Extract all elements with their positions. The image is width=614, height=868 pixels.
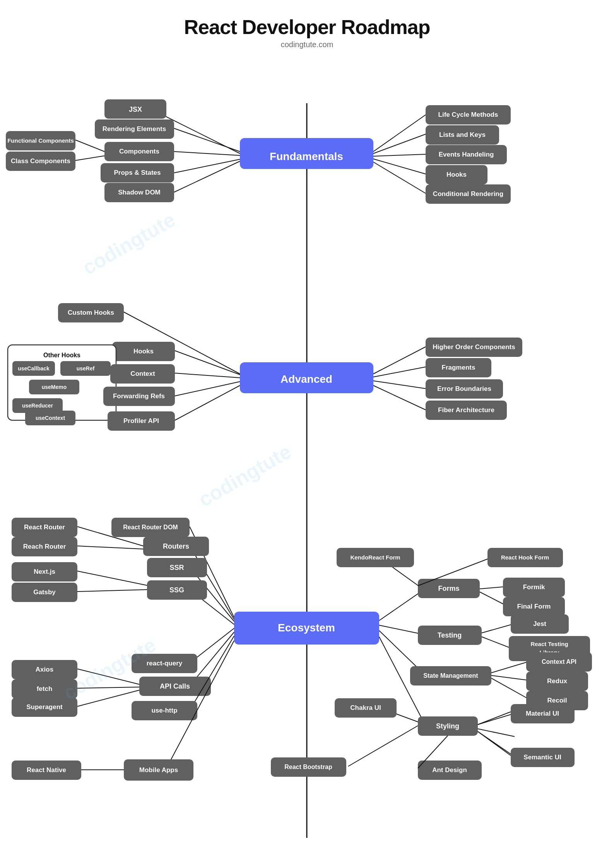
node-components: Components <box>104 142 174 161</box>
node-events-handling: Events Handeling <box>426 145 507 164</box>
svg-line-15 <box>75 156 104 160</box>
svg-text:Life Cycle Methods: Life Cycle Methods <box>438 111 498 118</box>
node-props-states: Props & States <box>101 163 174 182</box>
svg-text:useReducer: useReducer <box>22 402 53 409</box>
svg-text:Chakra UI: Chakra UI <box>350 704 381 711</box>
svg-line-27 <box>373 134 426 153</box>
svg-text:Superagent: Superagent <box>26 703 63 711</box>
svg-text:Profiler API: Profiler API <box>123 417 159 425</box>
node-lists-keys: Lists and Keys <box>426 125 499 145</box>
node-superagent: Superagent <box>12 697 77 717</box>
svg-text:React Router DOM: React Router DOM <box>123 524 178 530</box>
svg-text:Axios: Axios <box>36 666 53 673</box>
svg-text:API Calls: API Calls <box>160 682 190 690</box>
node-profiler-api: Profiler API <box>108 411 175 431</box>
node-ant-design: Ant Design <box>418 761 482 780</box>
svg-text:use-http: use-http <box>151 707 177 714</box>
node-nextjs: Next.js <box>12 562 77 582</box>
svg-text:Jest: Jest <box>533 620 546 628</box>
svg-text:Testing: Testing <box>438 631 462 639</box>
svg-line-69 <box>373 347 426 374</box>
svg-text:Recoil: Recoil <box>547 697 567 704</box>
svg-text:Ant Design: Ant Design <box>432 766 467 774</box>
node-life-cycle: Life Cycle Methods <box>426 105 511 124</box>
svg-text:KendoReact Form: KendoReact Form <box>350 554 400 561</box>
node-rendering-elements: Rendering Elements <box>95 119 174 139</box>
node-formik: Formik <box>503 578 565 597</box>
svg-text:Hooks: Hooks <box>133 348 154 355</box>
svg-text:useMemo: useMemo <box>42 384 67 390</box>
svg-line-75 <box>373 381 426 389</box>
svg-line-92 <box>77 546 143 549</box>
svg-text:Hooks: Hooks <box>446 171 467 178</box>
node-react-router: React Router <box>12 518 77 537</box>
svg-line-119 <box>77 690 139 706</box>
node-functional-components: Functional Components <box>6 131 75 150</box>
node-error-boundaries: Error Boundaries <box>426 379 503 399</box>
node-styling: Styling <box>418 716 478 736</box>
page-subtitle: codingtute.com <box>0 40 614 49</box>
node-other-hooks: Other Hooks useCallback useRef useMemo u… <box>8 345 116 425</box>
svg-line-188 <box>478 712 511 725</box>
node-ssg: SSG <box>147 580 207 600</box>
node-fetch: fetch <box>12 679 77 699</box>
node-material-ui: Material UI <box>511 704 575 723</box>
svg-text:Mobile Apps: Mobile Apps <box>139 766 178 774</box>
svg-text:React Bootstrap: React Bootstrap <box>284 764 332 770</box>
node-react-router-dom: React Router DOM <box>111 518 190 537</box>
svg-line-44 <box>175 351 240 375</box>
svg-text:Semantic UI: Semantic UI <box>523 754 561 761</box>
svg-line-60 <box>175 373 240 378</box>
svg-text:State Management: State Management <box>423 672 478 679</box>
svg-line-140 <box>480 587 507 589</box>
svg-text:useRef: useRef <box>77 365 95 372</box>
svg-text:Styling: Styling <box>436 722 459 730</box>
svg-line-159 <box>491 661 530 673</box>
svg-line-116 <box>77 687 139 688</box>
node-use-http: use-http <box>132 701 197 720</box>
node-context: Context <box>110 364 175 384</box>
svg-text:react-query: react-query <box>147 660 183 667</box>
svg-text:Props & States: Props & States <box>114 169 161 176</box>
svg-line-143 <box>480 592 507 606</box>
svg-text:Redux: Redux <box>547 677 568 685</box>
svg-text:Advanced: Advanced <box>280 373 332 385</box>
node-hooks-fundamentals: Hooks <box>426 165 487 184</box>
svg-text:React Testing: React Testing <box>530 641 568 647</box>
svg-text:useContext: useContext <box>36 415 65 421</box>
svg-line-9 <box>174 152 240 155</box>
svg-text:Rendering Elements: Rendering Elements <box>103 125 166 133</box>
page-title: React Developer Roadmap <box>0 0 614 39</box>
node-shadow-dom: Shadow DOM <box>104 183 174 202</box>
svg-text:Higher Order Components: Higher Order Components <box>433 343 515 351</box>
node-fiber-architecture: Fiber Architecture <box>426 401 507 420</box>
node-kendoreact: KendoReact Form <box>337 548 414 567</box>
node-advanced: Advanced <box>240 362 373 393</box>
svg-text:Gatsby: Gatsby <box>33 588 56 596</box>
node-jsx: JSX <box>104 99 166 119</box>
svg-text:Conditional Rendering: Conditional Rendering <box>433 190 503 198</box>
svg-text:fetch: fetch <box>37 685 53 692</box>
svg-text:Forwarding Refs: Forwarding Refs <box>113 392 165 400</box>
node-hoc: Higher Order Components <box>426 338 522 357</box>
node-fundamentals: Fundamentals <box>240 138 373 169</box>
mindmap: Fundamentals JSX Rendering Elements Comp… <box>0 57 614 868</box>
node-fragments: Fragments <box>426 358 491 377</box>
svg-text:Shadow DOM: Shadow DOM <box>118 189 161 196</box>
node-chakra-ui: Chakra UI <box>335 698 397 718</box>
svg-line-183 <box>348 726 418 766</box>
svg-text:Fundamentals: Fundamentals <box>270 150 343 162</box>
svg-line-63 <box>175 382 240 396</box>
svg-text:SSR: SSR <box>169 564 184 571</box>
svg-text:Error Boundaries: Error Boundaries <box>437 385 491 392</box>
svg-text:Next.js: Next.js <box>34 568 55 575</box>
svg-line-12 <box>75 140 104 152</box>
svg-text:React Native: React Native <box>27 766 66 774</box>
svg-line-78 <box>373 385 426 410</box>
svg-text:Final Form: Final Form <box>517 603 551 610</box>
svg-text:React Hook Form: React Hook Form <box>501 554 549 561</box>
svg-text:Functional Components: Functional Components <box>7 137 74 144</box>
node-forwarding-refs: Forwarding Refs <box>103 387 175 406</box>
svg-text:Context: Context <box>130 370 155 377</box>
svg-text:Formik: Formik <box>523 583 545 591</box>
